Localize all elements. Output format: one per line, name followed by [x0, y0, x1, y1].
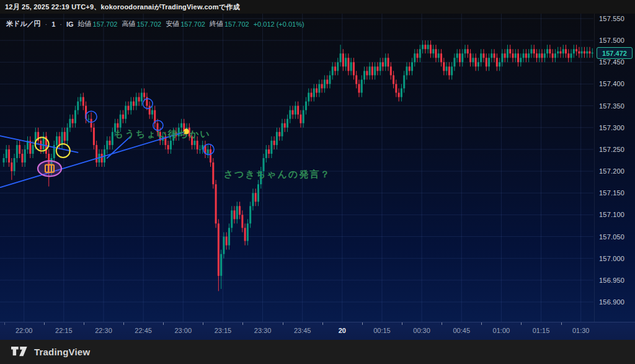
close-label: 終値: [210, 19, 223, 29]
time-axis-label: 22:45: [135, 327, 152, 334]
candle-body: [438, 53, 440, 58]
candle-body: [557, 51, 559, 54]
candle-body: [559, 51, 561, 54]
candle-body: [236, 206, 238, 219]
time-axis-label: 00:45: [453, 327, 470, 334]
symbol-title[interactable]: 米ドル／円: [6, 19, 41, 29]
candle-body: [494, 53, 495, 58]
candle-body: [149, 106, 151, 115]
candle-body: [446, 66, 448, 71]
candle-body: [197, 141, 198, 149]
candle-body: [127, 106, 129, 110]
minor-tick: [242, 322, 243, 325]
annotation-text[interactable]: もうちょい待ちかい: [114, 128, 211, 139]
candle-body: [567, 53, 569, 58]
candle-body: [477, 62, 479, 66]
time-axis-label: 22:00: [16, 327, 33, 334]
minor-tick: [481, 322, 482, 325]
legend-separator: ·: [45, 20, 48, 28]
candle-body: [515, 53, 517, 58]
candle-body: [496, 58, 498, 66]
candle-body: [467, 49, 469, 53]
annotation-text[interactable]: さつきちゃんの発言？: [224, 169, 331, 180]
candle-body: [249, 206, 251, 223]
candle-body: [56, 136, 58, 145]
candle-body: [281, 123, 283, 136]
price-axis[interactable]: 157.472 157.550157.500157.450157.400157.…: [594, 14, 635, 322]
candle-body: [11, 162, 12, 171]
attribution-text: 12月 25, 2025 22:19 UTC+9、kokoroodoranaiが…: [0, 2, 240, 12]
last-price-badge: 157.472: [597, 47, 633, 59]
candle-body: [355, 75, 357, 84]
minor-tick: [44, 322, 45, 325]
candle-body: [424, 45, 426, 49]
candle-body: [292, 110, 294, 115]
candle-body: [141, 93, 143, 102]
change-value: +0.012 (+0.01%): [254, 20, 304, 28]
candle-body: [544, 53, 546, 58]
candle-body: [491, 53, 492, 58]
candle-body: [592, 53, 593, 53]
candle-body: [61, 132, 63, 145]
price-axis-label: 157.350: [599, 102, 624, 110]
candle-body: [520, 58, 522, 62]
interval-label[interactable]: 1: [51, 20, 55, 28]
candle-body: [91, 119, 92, 128]
candle-body: [133, 102, 135, 106]
low-label: 安値: [166, 19, 179, 29]
candle-body: [122, 115, 124, 119]
candle-body: [443, 62, 445, 71]
candle-body: [257, 184, 259, 202]
candle-body: [546, 49, 548, 53]
candle-body: [244, 228, 246, 241]
price-axis-label: 157.000: [599, 255, 624, 262]
tradingview-logo-icon[interactable]: [11, 347, 29, 358]
candle-body: [504, 53, 506, 58]
minor-tick: [402, 322, 402, 325]
candle-body: [427, 45, 429, 49]
candle-body: [411, 62, 413, 71]
candle-body: [95, 145, 97, 162]
candle-body: [297, 106, 299, 115]
candle-body: [588, 51, 590, 54]
minor-tick: [163, 322, 164, 325]
candle-body: [571, 53, 572, 58]
candle-body: [212, 162, 214, 184]
candle-body: [380, 62, 381, 71]
candle-body: [480, 53, 482, 62]
candle-body: [21, 154, 23, 162]
candle-body: [533, 49, 535, 53]
candle-body: [358, 84, 360, 92]
high-label: 高値: [122, 19, 135, 29]
candle-body: [87, 119, 89, 120]
candle-body: [72, 119, 74, 123]
price-axis-label: 157.500: [599, 37, 624, 44]
exchange-label: IG: [66, 20, 74, 28]
candle-body: [456, 53, 458, 58]
candle-body: [295, 106, 296, 115]
price-axis-label: 156.900: [599, 298, 624, 306]
attribution-bar: 12月 25, 2025 22:19 UTC+9、kokoroodoranaiが…: [0, 0, 635, 14]
candle-body: [538, 53, 540, 58]
tradingview-brand-text[interactable]: TradingView: [34, 347, 90, 357]
candle-body: [324, 79, 326, 88]
candle-body: [573, 49, 575, 53]
candle-body: [101, 154, 103, 162]
candle-body: [321, 84, 323, 88]
candle-body: [469, 53, 471, 62]
candle-body: [125, 106, 127, 119]
candle-body: [361, 79, 363, 92]
trend-line[interactable]: [107, 136, 131, 158]
candle-body: [347, 58, 349, 71]
chart-plot-area[interactable]: もうちょい待ちかいさつきちゃんの発言？: [0, 14, 635, 322]
candle-body: [371, 66, 373, 75]
price-axis-label: 157.250: [599, 146, 624, 153]
candle-body: [403, 75, 405, 88]
candle-body: [435, 49, 437, 58]
purple-circle-marker[interactable]: [38, 161, 61, 176]
chart-region[interactable]: もうちょい待ちかいさつきちゃんの発言？ 米ドル／円 · 1 · IG 始値 15…: [0, 14, 635, 340]
candle-body: [488, 58, 490, 66]
time-axis[interactable]: 22:0022:1522:3022:4523:0023:1523:3023:45…: [0, 322, 635, 340]
candles-layer: [3, 40, 593, 291]
candle-body: [334, 66, 336, 71]
